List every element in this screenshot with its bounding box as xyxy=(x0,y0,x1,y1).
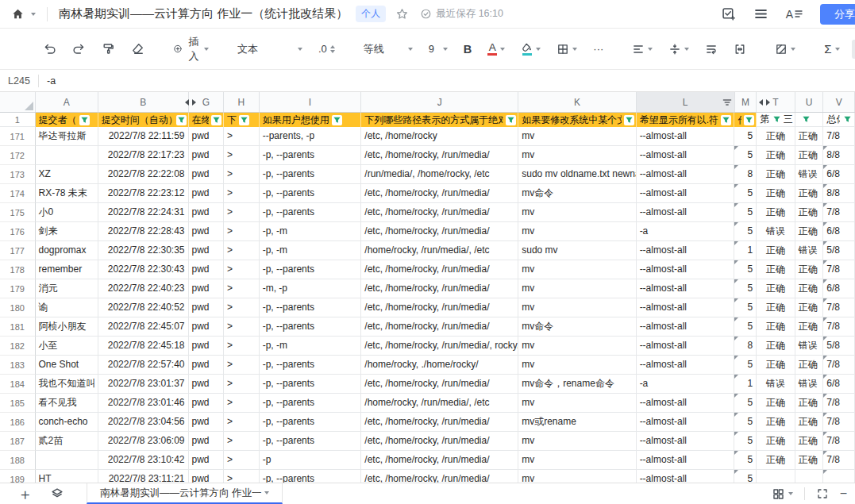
row-number[interactable]: 181 xyxy=(0,317,36,337)
header-cell[interactable]: 第七三 xyxy=(757,113,795,127)
cell-G174[interactable]: pwd xyxy=(189,184,225,203)
cell-I180[interactable]: -p, --parents xyxy=(260,298,362,317)
filter-funnel-icon[interactable] xyxy=(744,115,754,125)
cell-J176[interactable]: /etc, /home/rocky, /run/media/ xyxy=(361,222,518,241)
cell-K171[interactable]: mv xyxy=(518,127,636,146)
cell-G185[interactable]: pwd xyxy=(189,394,225,413)
filter-funnel-icon[interactable] xyxy=(721,115,731,125)
header-cell[interactable]: 如果用户想使用 xyxy=(260,113,362,127)
cell-H181[interactable]: > xyxy=(224,317,260,337)
cell-T189[interactable] xyxy=(757,470,795,483)
header-cell[interactable]: 下列哪些路径表示的方式属于绝对路 xyxy=(361,113,518,127)
cell-H173[interactable]: > xyxy=(224,165,260,184)
header-cell[interactable]: 提交者（ xyxy=(36,113,98,127)
cell-U182[interactable]: 错误 xyxy=(795,337,824,356)
cell-T171[interactable]: 正确 xyxy=(757,127,795,146)
text-settings-icon[interactable]: A xyxy=(786,8,803,21)
cell-A179[interactable]: 消元 xyxy=(36,279,98,298)
cell-B176[interactable]: 2022/7/8 22:28:43 xyxy=(98,222,189,241)
cell-T176[interactable]: 错误 xyxy=(757,222,795,241)
cell-J179[interactable]: /etc, /home/rocky, /run/media/ xyxy=(361,279,518,298)
filter-funnel-icon[interactable] xyxy=(506,115,516,125)
cell-G187[interactable]: pwd xyxy=(189,432,225,451)
cell-B172[interactable]: 2022/7/8 22:17:23 xyxy=(98,146,189,165)
cell-T182[interactable]: 正确 xyxy=(757,337,795,356)
zoom-out-button[interactable]: − xyxy=(840,487,847,501)
cell-J171[interactable]: /etc, /home/rocky xyxy=(361,127,518,146)
redo-button[interactable] xyxy=(68,39,90,59)
cell-I182[interactable]: -p, -m xyxy=(260,337,362,356)
cell-V171[interactable]: 7/8 xyxy=(823,127,855,146)
cell-V182[interactable]: 5/8 xyxy=(823,337,855,356)
cell-A180[interactable]: 谕 xyxy=(36,298,98,317)
cell-L175[interactable]: --almost-all xyxy=(637,203,735,222)
header-cell[interactable]: 作 xyxy=(734,113,757,127)
cell-T184[interactable]: 错误 xyxy=(757,375,795,394)
cell-I174[interactable]: -p, --parents xyxy=(260,184,362,203)
cell-B180[interactable]: 2022/7/8 22:40:52 xyxy=(98,298,189,317)
cell-I176[interactable]: -p, -m xyxy=(260,222,362,241)
row-number[interactable]: 187 xyxy=(0,432,36,451)
cell-G171[interactable]: pwd xyxy=(189,127,225,146)
cell-I175[interactable]: -p, --parents xyxy=(260,203,362,222)
cell-A174[interactable]: RX-78 未末 xyxy=(36,184,98,203)
sum-button[interactable]: Σ xyxy=(820,39,843,59)
cell-L179[interactable]: --almost-all xyxy=(637,279,735,298)
cell-A189[interactable]: HT xyxy=(36,470,98,483)
cell-M187[interactable]: 5 xyxy=(734,432,757,451)
cell-H175[interactable]: > xyxy=(224,203,260,222)
cell-K189[interactable]: mv xyxy=(518,470,636,483)
cell-V177[interactable]: 5/8 xyxy=(823,241,855,260)
font-size-select[interactable]: 9 xyxy=(425,40,452,58)
cell-J187[interactable]: /etc, /home/rocky, /run/media/ xyxy=(361,432,518,451)
cell-K186[interactable]: mv或rename xyxy=(518,413,636,432)
cell-M179[interactable]: 5 xyxy=(734,279,757,298)
format-painter-icon[interactable] xyxy=(98,39,119,59)
cell-L174[interactable]: --almost-all xyxy=(637,184,735,203)
cell-U189[interactable] xyxy=(795,470,824,483)
cell-U186[interactable]: 正确 xyxy=(795,413,824,432)
formula-input[interactable]: -a xyxy=(39,75,56,87)
row-number[interactable]: 182 xyxy=(0,337,36,356)
cell-G176[interactable]: pwd xyxy=(189,222,225,241)
cell-T186[interactable]: 正确 xyxy=(757,413,795,432)
row-number[interactable]: 186 xyxy=(0,413,36,432)
cell-M185[interactable]: 5 xyxy=(734,394,757,413)
cell-V181[interactable]: 7/8 xyxy=(823,317,855,337)
cell-I187[interactable]: -p, --parents xyxy=(260,432,362,451)
row-number[interactable]: 188 xyxy=(0,451,36,470)
cell-K176[interactable]: mv xyxy=(518,222,636,241)
cell-I173[interactable]: -p, --parents xyxy=(260,165,362,184)
cell-I186[interactable]: -p, --parents xyxy=(260,413,362,432)
cell-L181[interactable]: --almost-all xyxy=(637,317,735,337)
cell-G179[interactable]: pwd xyxy=(189,279,225,298)
cell-H178[interactable]: > xyxy=(224,260,260,279)
cell-A186[interactable]: conch-echo xyxy=(36,413,98,432)
cell-V176[interactable]: 6/8 xyxy=(823,222,855,241)
cell-M189[interactable]: 5 xyxy=(734,470,757,483)
filter-funnel-icon[interactable] xyxy=(211,115,221,125)
cell-L180[interactable]: --almost-all xyxy=(637,298,735,317)
share-button[interactable]: 分享 xyxy=(820,4,855,25)
row-number[interactable]: 178 xyxy=(0,260,36,279)
row-number[interactable]: 177 xyxy=(0,241,36,260)
cell-H176[interactable]: > xyxy=(224,222,260,241)
cell-G175[interactable]: pwd xyxy=(189,203,225,222)
header-cell[interactable]: 总体 xyxy=(823,113,855,127)
cell-U175[interactable]: 正确 xyxy=(795,203,824,222)
cell-L182[interactable]: --almost-all xyxy=(637,337,735,356)
cell-K179[interactable]: mv xyxy=(518,279,636,298)
row-number[interactable]: 179 xyxy=(0,279,36,298)
cell-L186[interactable]: --almost-all xyxy=(637,413,735,432)
cell-T181[interactable]: 正确 xyxy=(757,317,795,337)
cell-H171[interactable]: > xyxy=(224,127,260,146)
cell-M173[interactable]: 8 xyxy=(734,165,757,184)
cell-L184[interactable]: -a xyxy=(637,375,735,394)
column-letter-M[interactable]: M xyxy=(735,92,757,112)
cell-L187[interactable]: --almost-all xyxy=(637,432,735,451)
column-letter-B[interactable]: B xyxy=(98,92,189,112)
cell-U178[interactable]: 正确 xyxy=(795,260,824,279)
cell-H177[interactable]: > xyxy=(224,241,260,260)
header-cell[interactable] xyxy=(795,113,824,127)
cell-B188[interactable]: 2022/7/8 23:10:42 xyxy=(98,451,189,470)
